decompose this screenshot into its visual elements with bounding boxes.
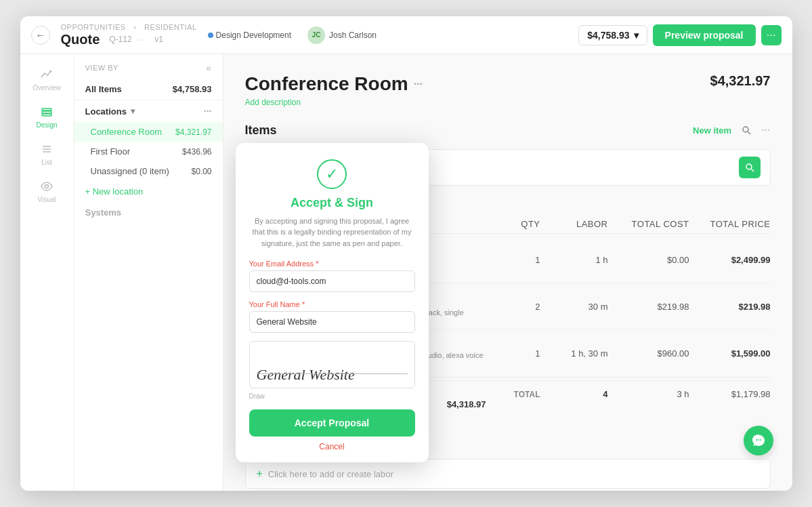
status-badge: Design Development [208,31,291,40]
sidebar-item-label: Design [36,121,57,129]
layers-icon [40,105,54,119]
app-header: ← OPPORTUNITIES › RESIDENTIAL Quote Q-11… [20,16,792,54]
draw-label: Draw [249,392,265,400]
check-circle-icon: ✓ [317,159,347,189]
add-description-button[interactable]: Add description [245,98,771,107]
signature-box[interactable]: General Website [249,341,415,388]
modal-title: Accept & Sign [291,196,373,210]
room-more-button[interactable]: ··· [414,78,423,90]
sidebar-item-unassigned[interactable]: Unassigned (0 item) $0.00 [74,161,223,181]
list-icon [40,142,54,156]
svg-point-25 [758,439,759,441]
add-labor-button[interactable]: + Click here to add or create labor [245,459,771,489]
quote-version: v1 [154,35,163,44]
section-actions: New item ··· [693,121,770,140]
sidebar-item-label: List [41,159,52,166]
total-price-button[interactable]: $4,758.93 ▾ [578,25,647,45]
preview-proposal-button[interactable]: Preview proposal [653,24,756,46]
eye-icon [40,180,54,193]
view-by-label: VIEW BY [85,64,119,72]
email-label: Your Email Address * [249,260,319,268]
chat-icon [751,433,766,448]
room-title: Conference Room ··· [245,73,423,95]
svg-point-0 [50,70,52,73]
name-label: Your Full Name * [249,300,305,308]
chat-bubble-button[interactable] [744,426,773,455]
main-layout: Overview Design List [20,54,792,491]
svg-line-11 [751,169,754,172]
full-name-field[interactable] [249,311,415,333]
quote-title: Quote [61,32,100,47]
chart-icon [40,68,54,81]
view-by-header: VIEW BY « [74,54,223,79]
locations-label: Locations [85,106,127,117]
sidebar-item-label: Overview [33,84,61,92]
sidebar-item-conference-room[interactable]: Conference Room $4,321.97 [74,122,223,142]
sidebar-item-label: Visual [37,196,56,203]
items-title: Items [245,123,277,138]
add-item-search-button[interactable] [739,157,761,178]
sidebar-item-design[interactable]: Design [25,100,68,134]
user-name: Josh Carlson [329,31,377,40]
svg-rect-1 [42,108,51,110]
locations-header: Locations ▾ ··· [74,100,223,122]
svg-line-9 [748,132,751,135]
header-more-button[interactable]: ··· [761,25,782,45]
room-header: Conference Room ··· $4,321.97 [245,73,771,95]
svg-point-7 [45,185,49,188]
status-dot [208,33,213,38]
svg-point-8 [743,127,748,132]
sidebar-item-list[interactable]: List [25,137,68,171]
back-button[interactable]: ← [31,26,50,45]
systems-section: Systems [74,202,223,223]
plus-icon: + [257,468,263,480]
icon-sidebar: Overview Design List [20,54,74,491]
svg-point-24 [756,439,757,441]
accept-proposal-button[interactable]: Accept Proposal [249,409,415,437]
breadcrumb: OPPORTUNITIES › RESIDENTIAL [58,23,200,31]
cancel-button[interactable]: Cancel [319,442,344,451]
items-more-button[interactable]: ··· [761,124,770,136]
signature-underline [257,373,408,374]
new-location-button[interactable]: + New location [74,181,223,202]
sidebar-item-first-floor[interactable]: First Floor $436.96 [74,142,223,161]
svg-rect-2 [42,111,51,113]
items-section-header: Items New item ··· [245,121,771,140]
quote-id: Q-112 [109,35,131,44]
search-icon [742,125,751,135]
sidebar-item-overview[interactable]: Overview [25,62,68,97]
signature-text: General Website [257,366,355,384]
svg-rect-3 [42,114,51,116]
search-items-button[interactable] [737,121,756,140]
svg-point-26 [760,439,761,441]
locations-more-button[interactable]: ··· [204,106,212,117]
accept-sign-modal: ✓ Accept & Sign By accepting and signing… [236,143,429,463]
search-icon [745,163,754,172]
list-sidebar: VIEW BY « All Items $4,758.93 Locations … [74,54,223,491]
collapse-button[interactable]: « [206,62,211,73]
header-right: $4,758.93 ▾ Preview proposal ··· [578,24,781,46]
chevron-down-icon: ▾ [131,106,135,116]
all-items-row[interactable]: All Items $4,758.93 [74,79,223,100]
room-total-price: $4,321.97 [710,73,771,89]
sidebar-item-visual[interactable]: Visual [25,174,68,209]
svg-point-10 [746,164,752,169]
avatar: JC [307,26,325,44]
email-field[interactable] [249,270,415,292]
content-area: Conference Room ··· $4,321.97 Add descri… [223,54,792,491]
new-item-button[interactable]: New item [693,125,731,136]
modal-description: By accepting and signing this proposal, … [249,216,415,249]
modal-card: ✓ Accept & Sign By accepting and signing… [236,143,429,463]
